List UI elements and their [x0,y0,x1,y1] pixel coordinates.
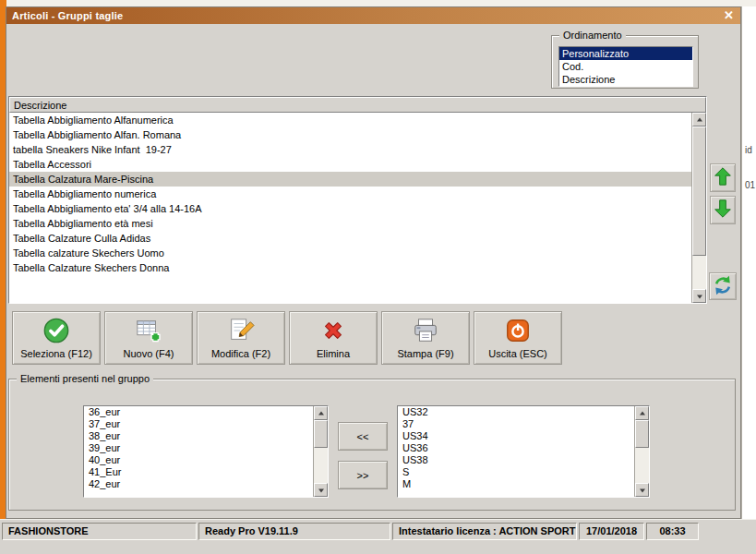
scroll-down-icon[interactable] [635,483,649,497]
app-top-edge [6,0,756,6]
button-label: Elimina [317,348,350,359]
size-item[interactable]: 40_eur [84,454,313,466]
size-item[interactable]: 42_eur [84,478,313,490]
button-label: Stampa (F9) [397,348,453,359]
size-item[interactable]: US32 [398,406,634,418]
size-item[interactable]: US34 [398,430,634,442]
scrollbar-thumb[interactable] [635,420,649,448]
button-label: Seleziona (F12) [20,348,92,359]
seleziona-button[interactable]: Seleziona (F12) [12,311,101,365]
size-item[interactable]: S [398,466,634,478]
available-sizes-items[interactable]: 36_eur37_eur38_eur39_eur40_eur41_Eur42_e… [84,406,313,497]
dialog-title: Articoli - Gruppi taglie [6,10,123,21]
size-item[interactable]: US36 [398,442,634,454]
groups-list-row[interactable]: Tabella Calzature Culla Adidas [9,231,691,246]
uscita-button[interactable]: Uscita (ESC) [474,311,562,365]
delete-x-icon [319,316,347,345]
groups-list-row[interactable]: Tabella Abbigliamento età mesi [9,216,691,231]
button-label: Modifica (F2) [211,348,270,359]
ordinamento-option[interactable]: Personalizzato [559,47,692,60]
edit-icon [227,316,255,345]
move-all-right-button[interactable]: >> [338,461,388,489]
refresh-icon [712,274,734,299]
scrollbar-track[interactable] [314,420,328,483]
ordinamento-option[interactable]: Cod. [559,60,692,73]
button-label: Uscita (ESC) [488,348,547,359]
groups-list-row[interactable]: Tabella Accessori [9,157,691,172]
stampa-button[interactable]: Stampa (F9) [381,311,470,365]
elementi-groupbox: Elementi presenti nel gruppo 36_eur37_eu… [8,379,736,511]
assigned-sizes-scrollbar[interactable] [634,406,649,497]
power-icon [504,316,532,345]
available-sizes-scrollbar[interactable] [313,406,328,497]
groups-list-row[interactable]: Tabella Abbigliamento numerica [9,187,691,201]
size-item[interactable]: M [398,478,634,490]
nuovo-button[interactable]: Nuovo (F4) [104,311,193,365]
size-item[interactable]: 36_eur [84,406,313,418]
statusbar: FASHIONSTORE Ready Pro V19.11.9 Intestat… [0,519,756,554]
scroll-down-icon[interactable] [314,483,328,497]
scrollbar-thumb[interactable] [692,126,706,256]
size-groups-list: Descrizione Tabella Abbigliamento Alfanu… [8,96,707,304]
groups-list-row[interactable]: tabella Sneakers Nike Infant 19-27 [9,142,691,157]
scrollbar-track[interactable] [692,126,706,289]
statusbar-time: 08:33 [646,523,699,540]
groups-list-row[interactable]: Tabella calzature Skechers Uomo [9,246,691,260]
background-text-fragment: 01 [745,180,755,190]
move-row-up-button[interactable] [710,163,736,192]
groups-list-row[interactable]: Tabella Abbigliamento eta' 3/4 alla 14-1… [9,201,691,216]
ordinamento-label: Ordinamento [559,30,626,41]
statusbar-store: FASHIONSTORE [2,523,197,540]
scroll-up-icon[interactable] [635,406,649,420]
check-icon [42,316,70,345]
button-label: Nuovo (F4) [123,348,174,359]
dialog-titlebar[interactable]: Articoli - Gruppi taglie ✕ [6,7,740,24]
scrollbar-thumb[interactable] [314,420,328,448]
scrollbar-track[interactable] [635,420,649,483]
size-item[interactable]: 38_eur [84,430,313,442]
green-arrow-down-icon [714,198,732,223]
green-arrow-up-icon [714,165,732,190]
statusbar-license: Intestatario licenza : ACTION SPORT [392,523,577,540]
groups-list-rows[interactable]: Tabella Abbigliamento AlfanumericaTabell… [9,113,691,303]
ordinamento-groupbox: Ordinamento PersonalizzatoCod.Descrizion… [551,35,699,89]
app-right-edge: id 01 [741,6,756,519]
groups-list-row[interactable]: Tabella Abbigliamento Alfan. Romana [9,127,691,142]
assigned-sizes-items[interactable]: US3237US34US36US38SM [398,406,634,497]
size-item[interactable]: US38 [398,454,634,466]
statusbar-date: 17/01/2018 [579,523,644,540]
size-item[interactable]: 41_Eur [84,466,313,478]
assigned-sizes-list[interactable]: US3237US34US36US38SM [397,405,650,498]
groups-list-scrollbar[interactable] [691,113,706,303]
size-item[interactable]: 37 [398,418,634,430]
move-row-down-button[interactable] [710,196,736,224]
background-text-fragment: id [745,145,752,155]
move-all-left-button[interactable]: << [338,422,388,451]
scroll-up-icon[interactable] [314,406,328,420]
table-plus-icon [135,316,162,345]
ordinamento-list[interactable]: PersonalizzatoCod.Descrizione [558,46,693,87]
statusbar-version: Ready Pro V19.11.9 [198,523,390,540]
articoli-gruppi-taglie-dialog: Articoli - Gruppi taglie ✕ Ordinamento P… [6,6,741,519]
scroll-up-icon[interactable] [692,113,706,126]
elimina-button[interactable]: Elimina [289,311,378,365]
size-item[interactable]: 39_eur [84,442,313,454]
size-item[interactable]: 37_eur [84,418,313,430]
close-icon[interactable]: ✕ [724,8,734,22]
modifica-button[interactable]: Modifica (F2) [197,311,285,365]
scroll-down-icon[interactable] [692,289,706,303]
available-sizes-list[interactable]: 36_eur37_eur38_eur39_eur40_eur41_Eur42_e… [83,405,329,498]
printer-icon [412,316,439,345]
groups-list-header[interactable]: Descrizione [9,97,706,113]
elementi-label: Elementi presenti nel gruppo [17,373,153,384]
groups-list-row[interactable]: Tabella Calzatura Mare-Piscina [9,172,691,187]
groups-list-row[interactable]: Tabella Abbigliamento Alfanumerica [9,113,691,127]
groups-list-row[interactable]: Tabella Calzature Skechers Donna [9,260,691,275]
ordinamento-option[interactable]: Descrizione [559,73,692,86]
refresh-button[interactable] [709,272,737,300]
